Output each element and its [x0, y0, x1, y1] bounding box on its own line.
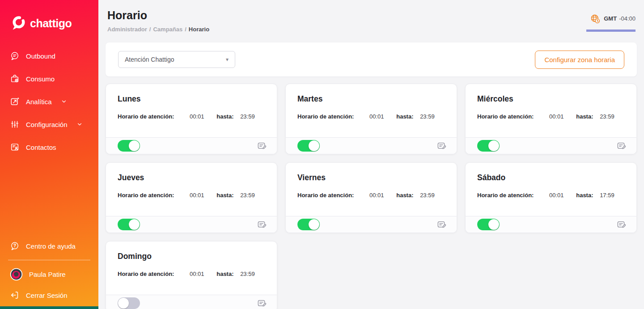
- sidebar-divider: [8, 260, 90, 260]
- close-time: 23:59: [240, 271, 255, 277]
- until-label: hasta:: [216, 271, 233, 277]
- edit-schedule-button[interactable]: [257, 220, 267, 230]
- sidebar-item-logout[interactable]: Cerrar Sesión: [5, 285, 93, 305]
- day-card: Viernes Horario de atención: 00:01 hasta…: [285, 162, 457, 233]
- chevron-down-icon: [61, 98, 67, 105]
- contact-card-icon: [10, 142, 20, 152]
- day-card-footer: [106, 295, 277, 309]
- day-schedule: Horario de atención: 00:01 hasta: 23:59: [297, 113, 445, 120]
- day-enabled-toggle[interactable]: [477, 140, 500, 152]
- day-card: Sábado Horario de atención: 00:01 hasta:…: [465, 162, 637, 233]
- open-time: 00:01: [190, 192, 204, 199]
- sidebar-item-consumo[interactable]: Consumo: [5, 68, 93, 89]
- open-hours-label: Horario de atención:: [118, 271, 174, 277]
- day-card-footer: [106, 216, 277, 233]
- day-enabled-toggle[interactable]: [118, 297, 140, 309]
- chevron-down-icon: [76, 121, 83, 127]
- sidebar: chattigo Outbound Consumo Analítica Conf…: [0, 0, 98, 309]
- day-enabled-toggle[interactable]: [118, 140, 140, 152]
- until-label: hasta:: [396, 192, 413, 199]
- day-schedule: Horario de atención: 00:01 hasta: 23:59: [118, 271, 265, 277]
- day-name: Lunes: [118, 94, 265, 104]
- configure-timezone-button[interactable]: Configurar zona horaria: [535, 51, 624, 69]
- sidebar-item-label: Analítica: [26, 98, 52, 106]
- day-enabled-toggle[interactable]: [477, 219, 500, 230]
- toggle-knob: [309, 219, 319, 230]
- page-header: Horario Administrador/Campañas/Horario G…: [106, 0, 637, 33]
- edit-schedule-button[interactable]: [436, 141, 447, 151]
- day-name: Viernes: [297, 173, 445, 182]
- close-time: 23:59: [420, 192, 435, 199]
- sidebar-nav: Outbound Consumo Analítica Configuración…: [0, 46, 98, 157]
- brand-name: chattigo: [30, 17, 72, 30]
- toggle-knob: [488, 219, 499, 230]
- sidebar-item-label: Centro de ayuda: [26, 242, 76, 250]
- chattigo-logo-icon: [11, 15, 27, 31]
- day-name: Domingo: [118, 252, 265, 261]
- campaign-select[interactable]: Atención Chattigo ▾: [118, 51, 235, 68]
- sidebar-item-configuracion[interactable]: Configuración: [5, 114, 93, 135]
- day-enabled-toggle[interactable]: [297, 140, 320, 152]
- until-label: hasta:: [576, 113, 593, 120]
- open-time: 00:01: [190, 113, 204, 120]
- until-label: hasta:: [396, 113, 413, 120]
- until-label: hasta:: [576, 192, 593, 199]
- help-icon: ?: [10, 241, 20, 251]
- chattigo-logo[interactable]: chattigo: [0, 0, 98, 31]
- user-avatar: [10, 268, 23, 281]
- open-hours-label: Horario de atención:: [118, 113, 174, 120]
- toolbar-card: Atención Chattigo ▾ Configurar zona hora…: [106, 42, 637, 76]
- open-time: 00:01: [190, 271, 204, 277]
- day-card: Domingo Horario de atención: 00:01 hasta…: [106, 241, 277, 309]
- until-label: hasta:: [216, 192, 233, 199]
- sidebar-item-help[interactable]: ? Centro de ayuda: [5, 236, 93, 256]
- sidebar-item-analitica[interactable]: Analítica: [5, 91, 93, 112]
- open-hours-label: Horario de atención:: [297, 113, 354, 120]
- breadcrumb-separator: /: [185, 26, 186, 33]
- day-name: Miércoles: [477, 94, 625, 104]
- user-profile[interactable]: Paula Patire: [5, 264, 93, 285]
- toggle-knob: [118, 298, 129, 309]
- day-card-footer: [106, 137, 277, 154]
- edit-schedule-button[interactable]: [436, 220, 447, 230]
- globe-clock-icon: [590, 13, 600, 24]
- day-card: Miércoles Horario de atención: 00:01 has…: [465, 84, 637, 154]
- sidebar-item-label: Consumo: [26, 75, 55, 83]
- day-name: Jueves: [118, 173, 265, 182]
- page-title: Horario: [107, 9, 209, 22]
- close-time: 23:59: [600, 113, 614, 120]
- breadcrumb-campaigns[interactable]: Campañas: [153, 26, 182, 33]
- day-schedule: Horario de atención: 00:01 hasta: 23:59: [297, 192, 445, 199]
- day-card: Lunes Horario de atención: 00:01 hasta: …: [106, 84, 277, 154]
- close-time: 23:59: [240, 192, 255, 199]
- edit-schedule-button[interactable]: [616, 141, 627, 151]
- edit-schedule-button[interactable]: [616, 220, 627, 230]
- sidebar-item-label: Outbound: [26, 52, 55, 60]
- edit-schedule-button[interactable]: [257, 298, 267, 309]
- day-enabled-toggle[interactable]: [297, 219, 320, 230]
- day-card-footer: [466, 216, 636, 233]
- open-time: 00:01: [369, 192, 384, 199]
- day-schedule: Horario de atención: 00:01 hasta: 17:59: [477, 192, 625, 199]
- logout-icon: [10, 290, 20, 300]
- close-time: 23:59: [420, 113, 435, 120]
- timezone-block: GMT -04:00: [586, 9, 637, 33]
- main-content: Horario Administrador/Campañas/Horario G…: [98, 0, 644, 309]
- campaign-select-value: Atención Chattigo: [125, 56, 174, 63]
- sidebar-item-outbound[interactable]: Outbound: [5, 46, 93, 66]
- breadcrumb-admin[interactable]: Administrador: [107, 26, 147, 33]
- edit-schedule-button[interactable]: [257, 141, 267, 151]
- analytics-icon: [10, 97, 20, 106]
- day-schedule: Horario de atención: 00:01 hasta: 23:59: [477, 113, 625, 120]
- day-enabled-toggle[interactable]: [118, 219, 140, 230]
- sliders-icon: [10, 119, 20, 129]
- day-card-footer: [286, 216, 457, 233]
- toggle-knob: [309, 140, 319, 151]
- sidebar-bottom-section: ? Centro de ayuda Paula Patire: [0, 236, 98, 305]
- timezone-label: GMT: [604, 15, 617, 22]
- sidebar-item-contactos[interactable]: Contactos: [5, 137, 93, 157]
- day-card-footer: [466, 137, 636, 154]
- timezone-indicator-bar: [586, 30, 636, 32]
- breadcrumb: Administrador/Campañas/Horario: [107, 26, 209, 33]
- close-time: 17:59: [600, 192, 614, 199]
